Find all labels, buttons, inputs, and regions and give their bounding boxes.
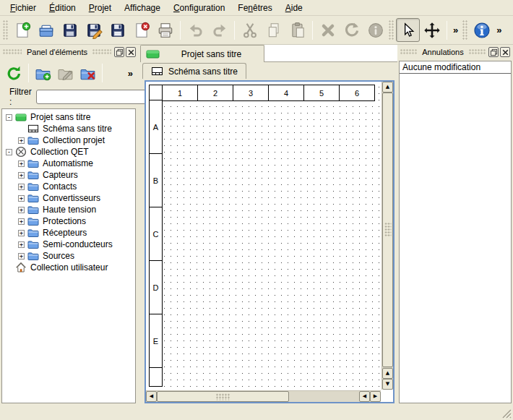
toolbar-separator [102, 64, 103, 82]
tree-item-capteurs[interactable]: Capteurs [2, 169, 135, 181]
tree-item-schema-sans-titre[interactable]: Schéma sans titre [2, 123, 135, 134]
delete-category-button[interactable] [77, 62, 99, 85]
tree-item-label: Collection projet [43, 135, 105, 145]
tree-item-automatisme[interactable]: Automatisme [2, 158, 135, 169]
tree-expander-minus-icon[interactable] [6, 114, 12, 121]
save-as-button[interactable] [82, 18, 105, 42]
tree-item-semi-conducteurs[interactable]: Semi-conducteurs [2, 239, 135, 250]
redo-button[interactable] [207, 18, 231, 42]
rotate-button[interactable] [340, 18, 363, 42]
dock-close-button[interactable] [126, 47, 136, 57]
panel-overflow-button[interactable]: » [125, 68, 136, 79]
tree-item-contacts[interactable]: Contacts [2, 181, 135, 192]
copy-button[interactable] [262, 18, 285, 42]
folder-icon [27, 169, 39, 181]
dock-float-button[interactable] [114, 47, 124, 57]
diagram-icon [27, 123, 39, 134]
sheet-column-3: 3 [233, 85, 269, 101]
tree-expander-plus-icon[interactable] [18, 241, 25, 248]
elements-panel-titlebar[interactable]: Panel d'éléments [0, 45, 139, 59]
open-file-button[interactable] [34, 18, 58, 42]
scroll-up-button[interactable] [382, 82, 393, 93]
menu-fenetres[interactable]: Fenêtres [231, 1, 278, 15]
tree-expander-plus-icon[interactable] [18, 253, 25, 260]
horizontal-scrollbar-thumb[interactable] [157, 391, 289, 402]
tree-item-recepteurs[interactable]: Récepteurs [2, 227, 135, 239]
toolbar-handle[interactable] [462, 20, 468, 40]
tree-expander-plus-icon[interactable] [18, 195, 25, 202]
horizontal-scrollbar[interactable] [146, 390, 381, 402]
toolbar-overflow-2-button[interactable]: » [493, 25, 504, 35]
undo-item-aucune-modification[interactable]: Aucune modification [400, 61, 511, 74]
undo-button[interactable] [184, 18, 207, 42]
paste-button[interactable] [285, 18, 309, 42]
cut-button[interactable] [238, 18, 262, 42]
tree-expander-plus-icon[interactable] [18, 137, 25, 144]
toolbar-overflow-1-button[interactable]: » [450, 25, 461, 35]
tree-expander-plus-icon[interactable] [18, 172, 25, 179]
vertical-scrollbar[interactable] [381, 82, 393, 390]
tree-item-label: Automatisme [43, 158, 93, 168]
menu-affichage[interactable]: Affichage [118, 1, 167, 15]
vertical-scrollbar-thumb[interactable] [382, 93, 393, 367]
print-button[interactable] [153, 18, 177, 42]
menu-configuration[interactable]: Configuration [167, 1, 231, 15]
toolbar-handle[interactable] [389, 20, 395, 40]
element-info-button[interactable] [363, 18, 387, 42]
cut-icon [241, 22, 259, 39]
filter-input[interactable] [36, 90, 154, 104]
tree-item-convertisseurs[interactable]: Convertisseurs [2, 192, 135, 204]
scroll-down-button[interactable] [382, 379, 393, 390]
save-all-button[interactable] [105, 18, 129, 42]
scroll-left-button-2[interactable] [359, 391, 370, 402]
reload-collections-button[interactable] [3, 62, 25, 85]
scroll-up-button-2[interactable] [382, 368, 393, 379]
menu-fichier[interactable]: Fichier [4, 1, 43, 15]
menu-edition[interactable]: Édition [43, 1, 82, 15]
menu-projet[interactable]: Projet [82, 1, 118, 15]
scroll-left-button[interactable] [146, 391, 157, 402]
tree-expander-plus-icon[interactable] [18, 184, 25, 190]
tree-item-collection-projet[interactable]: Collection projet [2, 134, 135, 146]
close-file-button[interactable] [129, 18, 153, 42]
new-file-button[interactable] [10, 18, 34, 42]
undo-panel-titlebar[interactable]: Annulations [397, 45, 513, 59]
pan-mode-button[interactable] [420, 18, 444, 42]
menu-aide[interactable]: Aide [279, 1, 309, 15]
sheet-row-headers: ABCDE [149, 100, 163, 387]
about-qet-button[interactable] [470, 18, 493, 42]
tree-expander-plus-icon[interactable] [18, 218, 25, 225]
tab-project-sans-titre[interactable]: Projet sans titre [140, 45, 264, 62]
tree-item-projet-sans-titre[interactable]: Projet sans titre [2, 111, 135, 123]
tree-item-collection-utilisateur[interactable]: Collection utilisateur [2, 262, 135, 273]
tree-item-haute-tension[interactable]: Haute tension [2, 204, 135, 215]
filter-row: Filtrer : [0, 87, 139, 107]
tree-expander-plus-icon[interactable] [18, 230, 25, 236]
tree-expander-plus-icon[interactable] [18, 207, 25, 213]
toolbar-handle[interactable] [3, 20, 9, 40]
tree-expander-plus-icon[interactable] [18, 160, 25, 167]
diagram-canvas[interactable]: 123456 ABCDE [146, 82, 381, 390]
rotate-icon [343, 22, 361, 39]
folder-icon [27, 204, 39, 215]
new-category-button[interactable] [32, 62, 54, 85]
resize-grip-icon[interactable] [501, 408, 512, 419]
undo-history-list: Aucune modification [399, 61, 512, 403]
select-mode-button[interactable] [396, 18, 420, 42]
sheet-column-6: 6 [339, 85, 375, 101]
elements-panel-title: Panel d'éléments [25, 48, 90, 56]
edit-category-button[interactable] [54, 62, 77, 85]
tree-item-sources[interactable]: Sources [2, 250, 135, 262]
delete-button[interactable] [316, 18, 340, 42]
dock-float-button[interactable] [488, 47, 499, 57]
copy-icon [265, 22, 283, 39]
tree-expander-minus-icon[interactable] [6, 149, 12, 155]
save-button[interactable] [58, 18, 82, 42]
dock-close-button[interactable] [500, 47, 510, 57]
folder-icon [27, 239, 39, 250]
tab-schema-sans-titre[interactable]: Schéma sans titre [142, 63, 246, 79]
scroll-right-button[interactable] [370, 391, 381, 402]
tree-item-collection-qet[interactable]: Collection QET [2, 146, 135, 158]
elements-tree: Projet sans titreSchéma sans titreCollec… [1, 108, 136, 403]
tree-item-protections[interactable]: Protections [2, 215, 135, 227]
